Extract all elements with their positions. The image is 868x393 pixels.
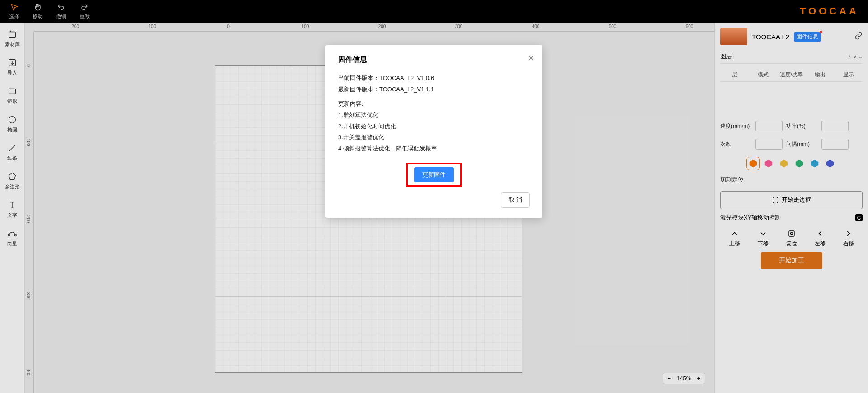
update-highlight: 更新固件 [406, 163, 462, 187]
close-icon[interactable]: ✕ [528, 53, 534, 63]
update-firmware-button[interactable]: 更新固件 [414, 167, 454, 182]
firmware-modal: ✕ 固件信息 当前固件版本：TOOCAA_L2_V1.0.6 最新固件版本：TO… [326, 45, 542, 218]
modal-overlay: ✕ 固件信息 当前固件版本：TOOCAA_L2_V1.0.6 最新固件版本：TO… [0, 0, 868, 393]
cancel-button[interactable]: 取 消 [501, 192, 530, 208]
modal-title: 固件信息 [338, 55, 530, 65]
